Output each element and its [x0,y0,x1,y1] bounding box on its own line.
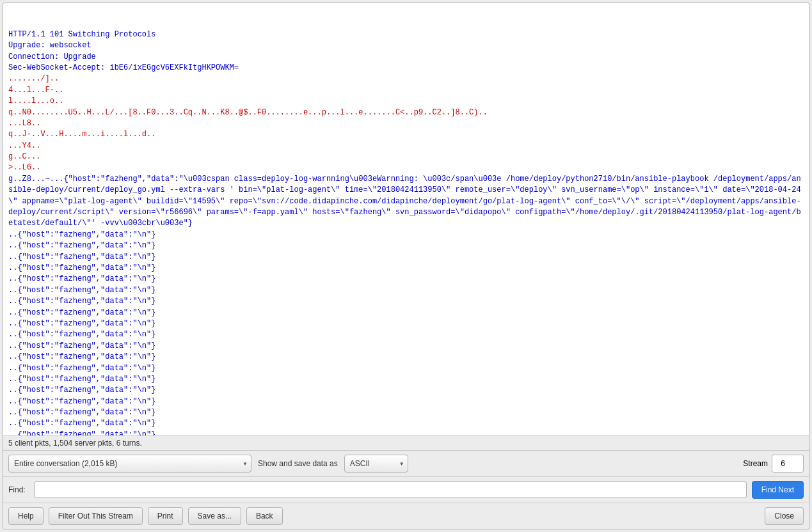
status-text: 5 client pkts, 1,504 server pkts, 6 turn… [8,439,142,448]
conversation-select[interactable]: Entire conversation (2,015 kB) [8,455,251,473]
close-button[interactable]: Close [765,507,804,525]
content-wrapper: HTTP/1.1 101 Switching ProtocolsUpgrade:… [3,3,809,435]
print-button[interactable]: Print [148,507,183,525]
conversation-select-wrapper: Entire conversation (2,015 kB) [8,455,251,473]
stream-content[interactable]: HTTP/1.1 101 Switching ProtocolsUpgrade:… [3,3,809,435]
save-as-button[interactable]: Save as... [188,507,241,525]
find-label: Find: [8,485,29,494]
main-window: HTTP/1.1 101 Switching ProtocolsUpgrade:… [3,3,809,529]
controls-row: Entire conversation (2,015 kB) Show and … [3,451,809,477]
format-select-wrapper: ASCIIHexEBCDICHex DumpC ArraysRaw [344,455,408,473]
help-button[interactable]: Help [8,507,44,525]
stream-label: Stream [743,459,768,468]
format-select[interactable]: ASCIIHexEBCDICHex DumpC ArraysRaw [344,455,408,473]
find-next-button[interactable]: Find Next [752,481,804,499]
filter-out-button[interactable]: Filter Out This Stream [49,507,143,525]
stream-input[interactable] [772,455,804,473]
find-input[interactable] [34,481,747,498]
show-save-label: Show and save data as [258,459,338,468]
bottom-bar: Help Filter Out This Stream Print Save a… [3,503,809,529]
status-bar: 5 client pkts, 1,504 server pkts, 6 turn… [3,435,809,451]
back-button[interactable]: Back [246,507,283,525]
stream-control: Stream [743,455,804,473]
find-row: Find: Find Next [3,477,809,503]
